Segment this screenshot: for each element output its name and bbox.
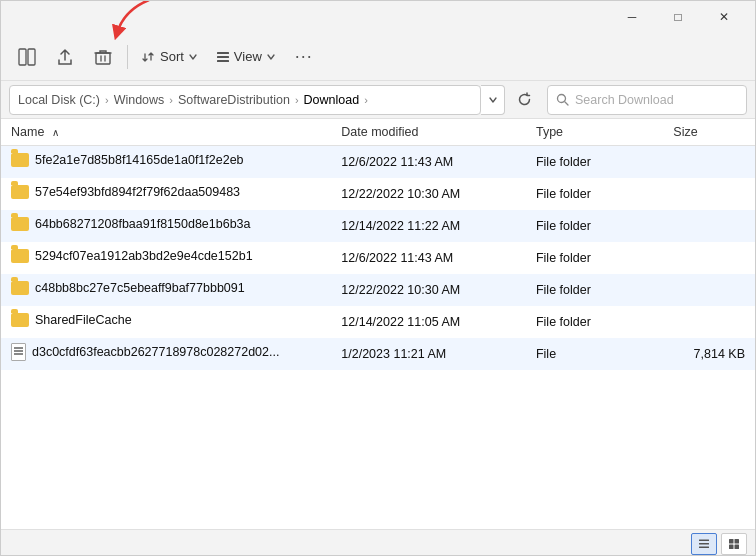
svg-rect-11 bbox=[729, 539, 734, 544]
file-name-cell: 5294cf07ea1912ab3bd2e9e4cde152b1 bbox=[1, 242, 331, 274]
toolbar: Sort View ··· bbox=[1, 33, 755, 81]
folder-icon bbox=[11, 185, 29, 199]
view-label: View bbox=[234, 49, 262, 64]
svg-rect-2 bbox=[28, 49, 35, 65]
file-type-cell: File folder bbox=[526, 242, 663, 274]
file-modified-cell: 12/22/2022 10:30 AM bbox=[331, 178, 526, 210]
breadcrumb-windows[interactable]: Windows bbox=[114, 93, 165, 107]
more-button[interactable]: ··· bbox=[286, 39, 322, 75]
toolbar-separator bbox=[127, 45, 128, 69]
maximize-button[interactable]: □ bbox=[655, 1, 701, 33]
file-name-cell: d3c0cfdf63feacbb2627718978c028272d02... bbox=[1, 338, 331, 370]
minimize-button[interactable]: ─ bbox=[609, 1, 655, 33]
view-button[interactable]: View bbox=[208, 39, 284, 75]
file-type-cell: File folder bbox=[526, 306, 663, 338]
delete-icon bbox=[94, 48, 112, 66]
search-placeholder: Search Download bbox=[575, 93, 674, 107]
col-header-modified[interactable]: Date modified bbox=[331, 119, 526, 146]
col-header-type[interactable]: Type bbox=[526, 119, 663, 146]
svg-rect-6 bbox=[217, 60, 229, 62]
breadcrumb-sep2: › bbox=[169, 94, 173, 106]
folder-icon bbox=[11, 153, 29, 167]
file-size-cell bbox=[663, 178, 755, 210]
file-table: Name ∧ Date modified Type Size 5fe2a1e7d… bbox=[1, 119, 755, 370]
col-header-size[interactable]: Size bbox=[663, 119, 755, 146]
file-table-body: 5fe2a1e7d85b8f14165de1a0f1f2e2eb12/6/202… bbox=[1, 146, 755, 370]
close-button[interactable]: ✕ bbox=[701, 1, 747, 33]
svg-rect-9 bbox=[699, 543, 709, 545]
table-row[interactable]: 5294cf07ea1912ab3bd2e9e4cde152b112/6/202… bbox=[1, 242, 755, 274]
svg-rect-10 bbox=[699, 546, 709, 548]
folder-icon bbox=[11, 281, 29, 295]
file-name-cell: 57e54ef93bfd894f2f79f62daa509483 bbox=[1, 178, 331, 210]
share-icon bbox=[56, 48, 74, 66]
svg-rect-4 bbox=[217, 52, 229, 54]
delete-button[interactable] bbox=[85, 39, 121, 75]
svg-rect-1 bbox=[19, 49, 26, 65]
file-name-cell: c48bb8bc27e7c5ebeaff9baf77bbb091 bbox=[1, 274, 331, 306]
table-row[interactable]: 57e54ef93bfd894f2f79f62daa50948312/22/20… bbox=[1, 178, 755, 210]
breadcrumb-sep4: › bbox=[364, 94, 368, 106]
status-bar bbox=[1, 529, 755, 556]
svg-rect-8 bbox=[699, 539, 709, 541]
view-icon bbox=[216, 50, 230, 64]
table-row[interactable]: 5fe2a1e7d85b8f14165de1a0f1f2e2eb12/6/202… bbox=[1, 146, 755, 178]
file-modified-cell: 12/14/2022 11:22 AM bbox=[331, 210, 526, 242]
table-row[interactable]: 64bb68271208fbaa91f8150d8e1b6b3a12/14/20… bbox=[1, 210, 755, 242]
view-grid-button[interactable] bbox=[721, 533, 747, 555]
file-name-text: c48bb8bc27e7c5ebeaff9baf77bbb091 bbox=[35, 281, 245, 295]
col-name-label: Name bbox=[11, 125, 44, 139]
table-row[interactable]: c48bb8bc27e7c5ebeaff9baf77bbb09112/22/20… bbox=[1, 274, 755, 306]
main-content: Sort View ··· Local Disk (C:) › Windows … bbox=[1, 33, 755, 556]
search-icon bbox=[556, 93, 569, 106]
file-name-cell: 5fe2a1e7d85b8f14165de1a0f1f2e2eb bbox=[1, 146, 331, 178]
file-type-cell: File folder bbox=[526, 178, 663, 210]
file-modified-cell: 12/6/2022 11:43 AM bbox=[331, 242, 526, 274]
file-type-cell: File folder bbox=[526, 210, 663, 242]
breadcrumb-sep1: › bbox=[105, 94, 109, 106]
file-name-text: 57e54ef93bfd894f2f79f62daa509483 bbox=[35, 185, 240, 199]
file-name-text: 64bb68271208fbaa91f8150d8e1b6b3a bbox=[35, 217, 251, 231]
breadcrumb-download[interactable]: Download bbox=[304, 93, 360, 107]
view-list-button[interactable] bbox=[691, 533, 717, 555]
view-chevron-icon bbox=[266, 52, 276, 62]
share-button[interactable] bbox=[47, 39, 83, 75]
breadcrumb-dropdown-button[interactable] bbox=[481, 85, 505, 115]
svg-rect-12 bbox=[735, 539, 740, 544]
sort-button[interactable]: Sort bbox=[134, 39, 206, 75]
svg-rect-3 bbox=[96, 53, 110, 64]
col-header-name[interactable]: Name ∧ bbox=[1, 119, 331, 146]
breadcrumb-path[interactable]: Local Disk (C:) › Windows › SoftwareDist… bbox=[9, 85, 481, 115]
file-type-cell: File folder bbox=[526, 274, 663, 306]
search-bar[interactable]: Search Download bbox=[547, 85, 747, 115]
table-row[interactable]: SharedFileCache12/14/2022 11:05 AMFile f… bbox=[1, 306, 755, 338]
expand-pane-button[interactable] bbox=[9, 39, 45, 75]
file-type-cell: File bbox=[526, 338, 663, 370]
file-type-cell: File folder bbox=[526, 146, 663, 178]
folder-icon bbox=[11, 249, 29, 263]
file-name-text: 5fe2a1e7d85b8f14165de1a0f1f2e2eb bbox=[35, 153, 244, 167]
file-size-cell: 7,814 KB bbox=[663, 338, 755, 370]
title-bar: ─ □ ✕ bbox=[1, 1, 755, 33]
breadcrumb-softwareDistribution[interactable]: SoftwareDistribution bbox=[178, 93, 290, 107]
breadcrumb-chevron-icon bbox=[488, 95, 498, 105]
folder-icon bbox=[11, 217, 29, 231]
svg-rect-5 bbox=[217, 56, 229, 58]
expand-pane-icon bbox=[18, 48, 36, 66]
file-modified-cell: 12/14/2022 11:05 AM bbox=[331, 306, 526, 338]
file-size-cell bbox=[663, 306, 755, 338]
file-modified-cell: 12/22/2022 10:30 AM bbox=[331, 274, 526, 306]
file-name-cell: 64bb68271208fbaa91f8150d8e1b6b3a bbox=[1, 210, 331, 242]
col-name-sort-icon: ∧ bbox=[52, 127, 59, 138]
file-size-cell bbox=[663, 210, 755, 242]
refresh-icon bbox=[517, 92, 532, 107]
breadcrumb-localDisk[interactable]: Local Disk (C:) bbox=[18, 93, 100, 107]
refresh-button[interactable] bbox=[509, 85, 539, 115]
breadcrumb-sep3: › bbox=[295, 94, 299, 106]
file-name-cell: SharedFileCache bbox=[1, 306, 331, 338]
svg-point-7 bbox=[558, 95, 566, 103]
table-row[interactable]: d3c0cfdf63feacbb2627718978c028272d02...1… bbox=[1, 338, 755, 370]
breadcrumb-bar: Local Disk (C:) › Windows › SoftwareDist… bbox=[1, 81, 755, 119]
sort-label: Sort bbox=[160, 49, 184, 64]
list-view-icon bbox=[698, 538, 710, 550]
